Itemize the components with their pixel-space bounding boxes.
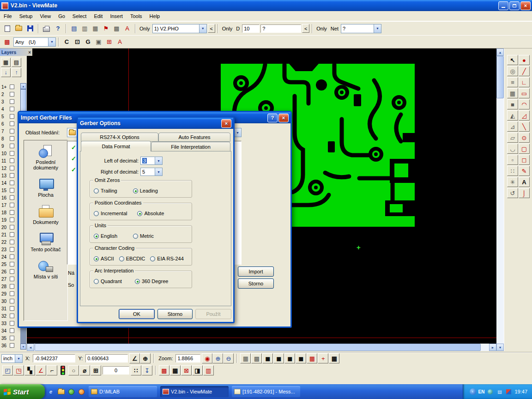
firefox-icon[interactable] (77, 387, 85, 396)
net-filter-combo[interactable]: ? ▼ (341, 24, 381, 33)
hatch-tool-icon[interactable]: ▦ (507, 88, 518, 98)
zoom-in-icon[interactable]: ⊕ (212, 353, 223, 363)
gerber-dialog-titlebar[interactable]: Gerber Options × (78, 118, 233, 129)
only-net-toggle[interactable]: Only (315, 26, 328, 31)
dcode-table-icon[interactable]: ▦ (90, 24, 101, 34)
place-item[interactable]: Poslední dokumenty (24, 145, 67, 170)
hook-tool-icon[interactable]: ⌡ (519, 188, 530, 198)
close-icon[interactable]: × (28, 50, 31, 55)
radio-incremental[interactable]: Incremental (94, 211, 127, 216)
dot-pattern-tool-icon[interactable]: ∷ (507, 166, 518, 176)
right-of-decimal-combo[interactable]: 5 ▼ (140, 168, 163, 176)
rectangle-tool-icon[interactable]: ▭ (519, 88, 530, 98)
chevron-down-icon[interactable]: ▼ (234, 128, 241, 137)
tray-keyboard-icon[interactable]: ▤ (496, 388, 503, 395)
scroll-down-icon[interactable]: ▼ (20, 344, 26, 350)
layers-table-button[interactable]: ▤ (12, 58, 21, 67)
layer-visibility-checkbox[interactable] (10, 99, 14, 104)
grid-black-icon[interactable]: ▦ (329, 353, 339, 363)
ruler-corner-icon[interactable]: ⌐ (47, 365, 57, 375)
ie-icon[interactable]: e (47, 387, 55, 396)
print-icon[interactable] (41, 24, 52, 34)
layer-visibility-checkbox[interactable] (10, 129, 14, 133)
layer-visibility-checkbox[interactable] (10, 240, 14, 244)
chevron-down-icon[interactable]: ▼ (15, 355, 22, 363)
layer-visibility-checkbox[interactable] (10, 173, 14, 178)
layer-visibility-checkbox[interactable] (10, 321, 14, 326)
layer-visibility-checkbox[interactable] (10, 121, 14, 126)
cancel-button[interactable]: Storno (157, 309, 193, 319)
grid-red-icon[interactable]: ▦ (307, 353, 317, 363)
line-tool-icon[interactable]: ╱ (519, 66, 530, 76)
dashed-rect-tool-icon[interactable]: ▫ (507, 155, 518, 165)
layer-row[interactable]: 3 (0, 98, 20, 105)
layer-row[interactable]: 2 (0, 91, 20, 98)
zoom-out-icon[interactable]: ⊖ (223, 353, 234, 363)
layer-up-button[interactable]: ↑ (12, 68, 21, 77)
unplated-hole-icon[interactable]: ○ (68, 365, 79, 375)
menu-item[interactable]: File (0, 12, 16, 20)
radio-leading[interactable]: Leading (133, 188, 158, 193)
tab-file-interpretation[interactable]: File Interpretation (151, 142, 230, 151)
taskbar-task[interactable]: V2.bin - ViewMate (160, 386, 229, 397)
radio-eia-rs244[interactable]: EIA RS-244 (150, 256, 183, 261)
layer-down-button[interactable]: ↓ (1, 68, 11, 77)
import-button[interactable]: Import (238, 266, 274, 277)
rotate-tool-icon[interactable]: ↺ (507, 188, 518, 198)
highlight-dcodes-icon[interactable]: ▤ (69, 24, 79, 34)
layer-visibility-checkbox[interactable] (10, 328, 14, 333)
chevron-down-icon[interactable]: ▼ (374, 24, 381, 33)
radio-metric[interactable]: Metric (133, 233, 154, 239)
menu-item[interactable]: Select (69, 12, 91, 20)
mirror-tool-icon[interactable]: ◭ (507, 110, 518, 121)
ok-button[interactable]: OK (119, 309, 155, 319)
layer-visibility-checkbox[interactable] (10, 291, 14, 296)
close-button[interactable]: × (278, 114, 289, 122)
aperture-dark-grid-icon[interactable]: ▦ (170, 365, 181, 375)
list-tool-icon[interactable]: ≡ (507, 77, 518, 87)
corner-snap-icon[interactable]: ◰ (2, 365, 13, 375)
layer-visibility-checkbox[interactable] (10, 210, 14, 215)
selection-rect-tool-icon[interactable]: ◻ (519, 155, 530, 165)
scroll-down-icon[interactable]: ▼ (496, 344, 504, 351)
tab-rs274x-options[interactable]: RS274-X Options (81, 133, 158, 142)
menu-item[interactable]: Tools (127, 12, 146, 20)
layer-visibility-checkbox[interactable] (10, 203, 14, 207)
tab-data-format[interactable]: Data Format (81, 141, 151, 151)
layer-visibility-checkbox[interactable] (10, 277, 14, 281)
menu-item[interactable]: Setup (16, 12, 36, 20)
maximize-button[interactable] (509, 1, 520, 10)
circle-dcode-icon[interactable]: C (61, 37, 72, 47)
only-dcode-toggle[interactable]: Only (221, 26, 234, 31)
radio-quadrant[interactable]: Quadrant (94, 278, 122, 284)
select-cursor-icon[interactable]: ↖ (507, 55, 518, 65)
pour-dark-icon[interactable]: ◼ (284, 353, 295, 363)
layer-visibility-checkbox[interactable] (10, 343, 14, 348)
layer-visibility-checkbox[interactable] (10, 92, 14, 97)
zoom-window-icon[interactable]: ◉ (202, 353, 212, 363)
only-file-toggle[interactable]: Only (138, 26, 151, 31)
layer-visibility-checkbox[interactable] (10, 181, 14, 185)
chevron-down-icon[interactable]: ▼ (155, 157, 162, 164)
status-traffic-light-icon[interactable] (60, 366, 65, 375)
layer-visibility-checkbox[interactable] (10, 107, 14, 111)
edge-snap-icon[interactable]: ◳ (13, 365, 24, 375)
gcode-icon[interactable]: G (83, 37, 93, 47)
angle-snap-icon[interactable]: ∠ (36, 365, 46, 375)
clock[interactable]: 19:47 (514, 389, 527, 394)
layer-visibility-checkbox[interactable] (10, 188, 14, 193)
explorer-icon[interactable] (57, 387, 65, 396)
text-style-icon[interactable]: A (115, 37, 125, 47)
anchor-down-icon[interactable]: ↧ (142, 365, 152, 375)
layer-row[interactable]: 34 (0, 327, 20, 334)
triangle-tool-icon[interactable]: ◿ (519, 110, 530, 121)
text-tool-icon[interactable]: A (519, 177, 530, 187)
cancel-button[interactable]: Storno (238, 278, 274, 289)
layer-visibility-checkbox[interactable] (10, 85, 14, 89)
layer-visibility-checkbox[interactable] (10, 136, 14, 141)
taskbar-task[interactable]: D:\MLAB (89, 386, 157, 397)
menu-item[interactable]: Edit (90, 12, 106, 20)
tray-antivirus-icon[interactable] (505, 388, 512, 395)
h-grid-icon[interactable]: ⊞ (104, 37, 115, 47)
layer-visibility-checkbox[interactable] (10, 114, 14, 119)
